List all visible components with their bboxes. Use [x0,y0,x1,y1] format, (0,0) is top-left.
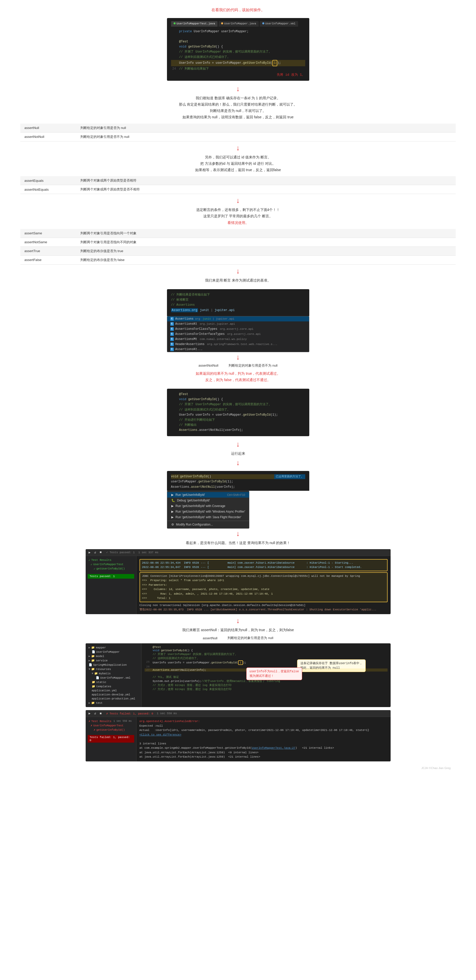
footer-text: JCJH ©Chao Jian Greg [422,767,450,770]
class-icon: C [170,342,174,346]
tree-appdev[interactable]: application-develop.yml [88,693,139,697]
autocomplete-item-0[interactable]: C Assertions org junit | jupiter.api [167,317,309,321]
menu-run[interactable]: ▶ Run 'getUserInfoById' Ctrl+Shift+F10 [167,492,249,498]
tree-model[interactable]: ▶ 📁 model [88,654,139,658]
code-line: // 开始进行判断结论如下 [171,418,305,422]
class-icon: C [170,337,174,341]
tree-springapp[interactable]: 📄 SpringMb2Application [88,663,139,667]
annotation-balloon-2: userInfo不为null，变返回false视为测试不通过！ [246,667,302,680]
file-icon: 📄 [89,663,92,667]
assertion-row: assertEquals 判断两个对象或两个原始类型是否相符 [20,176,456,185]
log-line: 警告2022-08-06 22:55:35,073 INFO 6528 ... … [139,608,388,612]
error-line: at java.util.ArrayList.forEach(ArrayList… [139,751,388,755]
tree-xml[interactable]: 📄 UserInfoMapper.xml [88,676,139,680]
error-line: at java.util.ArrayList.forEach(ArrayList… [139,755,388,759]
tree-mapper[interactable]: ▶ 📁 mapper [88,645,139,650]
assertion-desc: 判断给定的对象引用是否不为 null [76,132,456,141]
dot-green [174,22,176,24]
stop-btn-2[interactable]: ■ [99,711,103,716]
tree-templates[interactable]: 📁 templates [88,684,139,689]
test-panel-top: ✓ Test Results ✓ UserInfoMapperTest ✓ ge… [86,556,391,614]
ide-sidebar: ▶ 📁 mapper 📄 UserInfoMapper ▶ 📁 model ▶ … [86,643,142,707]
log-line: 2022-08-06 22:55:34,434 INFO 6528 --- [ … [142,561,385,565]
folder-icon: 📁 [91,659,95,662]
code-line: // 判断输出 [171,423,305,428]
tree-appprod[interactable]: application-production.yml [88,697,139,701]
rerun-btn-2[interactable]: ↺ [93,711,97,716]
assertion-desc: 判断两个对象引用是否指向同一个对象 [76,229,456,238]
test-sidebar-1: ✓ Test Results ✓ UserInfoMapperTest ✓ ge… [86,556,136,614]
menu-run-coverage[interactable]: ▶ Run 'getUserInfoById' with Coverage [167,503,249,509]
menu-run-async[interactable]: ▶ Run 'getUserInfoById' with 'Windows As… [167,509,249,514]
assertion-row: assertNotSame 判断两个对象引用是否指向不同的对象 [20,238,456,247]
tree-service[interactable]: ▶ 📁 service [88,658,139,663]
tree-item-results-2[interactable]: ✗ Test Results 1 sec 550 ms [88,719,134,723]
assertion-row: assertSame 判断两个对象引用是否指向同一个对象 [20,229,456,238]
code-line: 24 // 判断输出结果如下 [171,67,305,72]
rerun-btn[interactable]: ↺ [93,550,97,555]
menu-debug[interactable]: 🐛 Debug 'getUserInfoById' [167,498,249,503]
context-menu-wrapper: void getUserInfoById() 已运用里面的方法了。 userIn… [20,468,456,528]
autocomplete-item-4[interactable]: C AssertionsMt com.numal.internal.ws.pol… [167,337,309,342]
folder-icon: 📁 [92,681,95,684]
assertion-row: assertNotEquals 判断两个对象或两个原始类型是否不相符 [20,185,456,194]
tab-mapper-xml[interactable]: UserInfoMapper.xml [260,21,298,27]
xml-icon: 📄 [96,676,99,679]
folder-icon: 📁 [91,646,95,649]
run-context-menu[interactable]: ▶ Run 'getUserInfoById' Ctrl+Shift+F10 🐛… [167,491,249,528]
tree-userinfomapper[interactable]: 📄 UserInfoMapper [88,650,139,654]
run-btn[interactable]: ▶ [88,550,92,555]
arrow-4: ↓ [20,267,456,275]
error-link[interactable]: UserInfoMapperTest.java:27 [252,746,296,749]
tree-item-mapper-2[interactable]: ✗ UserInfoMapperTest [88,723,134,728]
code-line: // Assertions [171,302,305,307]
code-line: userInfoMapper.getUserInfoById(1); [171,479,305,484]
tab-mapper-java[interactable]: UserInfoMapper.java [219,21,259,27]
tree-mybatis[interactable]: ▼ 📁 mybatis [88,671,139,676]
ide-block-main: ▶ 📁 mapper 📄 UserInfoMapper ▶ 📁 model ▶ … [86,643,391,707]
tree-test[interactable]: ▶ 📁 test [88,701,139,705]
assertnotnull-row: assertNotNull 判断给定的对象引用是否不为 null [20,363,456,368]
tree-item-mapper-test[interactable]: ✓ UserInfoMapperTest [88,562,134,567]
arrow-1: ↓ [20,85,456,92]
autocomplete-item-6[interactable]: C AssertionsKt... [167,347,309,352]
tree-item-results[interactable]: ✓ Test Results [88,558,134,562]
log-highlight-box-1: 2022-08-06 22:55:34,434 INFO 6528 --- [ … [139,559,388,571]
tree-item-method-2[interactable]: ✗ getUserInfoById() [88,728,134,732]
context-menu-container: void getUserInfoById() 已运用里面的方法了。 userIn… [167,468,309,528]
autocomplete-item-2[interactable]: C AssertionsForClassTypes org.assertj.co… [167,326,309,332]
dot-orange [221,22,223,24]
pass-icon: ✓ [91,563,93,566]
autocomplete-item-3[interactable]: C AssertionsForInterfaceTypes org.assert… [167,332,309,337]
folder-icon: 📁 [92,685,95,688]
fail-icon: ✗ [94,728,96,732]
code-line: // 这样到后面测试方式已经成功了。 [171,407,305,412]
folder-icon: 📁 [94,672,98,675]
dot-blue [262,22,264,24]
tab-test-java[interactable]: UserInfoMapperTest.java [171,21,218,27]
class-icon: C [170,327,174,331]
code-line: Assertions.assertNotNull(userInfo); [171,428,305,433]
code-line-25: 25 UserInfo userInfo = userInfoMapper.ge… [145,660,388,665]
error-line[interactable]: <Click to see difference> [139,733,388,737]
desc-7-top: 我们来断言 assertNull：返回的结果为null，则为 true，反之，则… [20,627,456,633]
log-line: JDBC Connection [HikariProxyConnection@2… [142,574,385,578]
assertion-name: assertNotSame [20,238,76,247]
tree-item-method[interactable]: ✓ getUserInfoById() [88,567,134,571]
autocomplete-item-1[interactable]: C AssertionsKt org.junit.jupiter.api [167,321,309,326]
autocomplete-dropdown[interactable]: C Assertions org junit | jupiter.api C A… [167,316,309,352]
assertnull-name: assertNull [203,636,217,640]
log-line: Closing non transactional SqlSession [or… [139,603,388,608]
tree-appyml[interactable]: application.yml [88,689,139,693]
menu-run-flight[interactable]: ▶ Run 'getUserInfoById' with 'Java Fligh… [167,514,249,520]
autocomplete-item-5[interactable]: C HeaderAssertions org.springframework.t… [167,342,309,347]
code-editor-1-wrapper: UserInfoMapperTest.java UserInfoMapper.j… [20,15,456,84]
test-toolbar-2: ▶ ↺ ■ ✗ Tests failed: 1, passed: 0 1 sec… [86,710,391,717]
tree-static[interactable]: 📁 static [88,680,139,684]
stop-btn[interactable]: ■ [99,550,103,555]
error-line: 3 internal lines [139,741,388,746]
menu-modify[interactable]: ⚙ Modify Run Configuration... [167,522,249,527]
code-editor-2-wrapper: @Test void getUserInfoById() { // 开测了 Us… [20,386,456,439]
tree-resources[interactable]: ▼ 📁 resources [88,667,139,671]
run-btn-2[interactable]: ▶ [88,711,92,716]
